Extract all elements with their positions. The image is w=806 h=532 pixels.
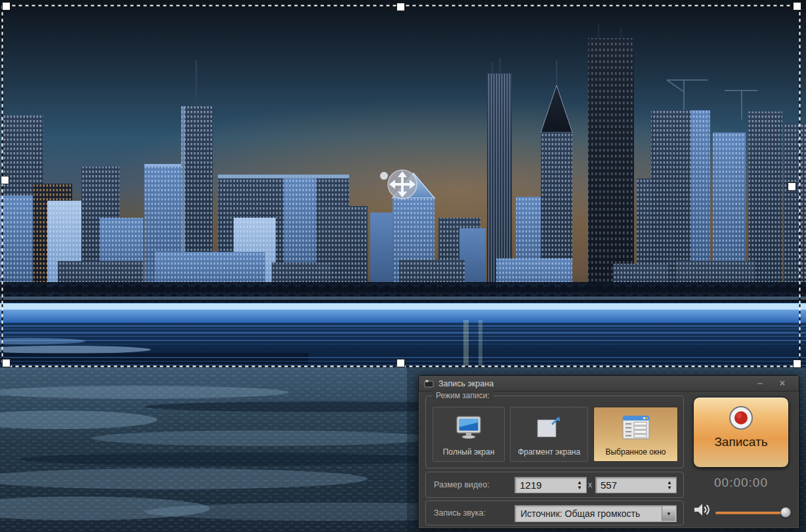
app-icon — [424, 380, 434, 388]
selection-handle-se[interactable] — [793, 359, 801, 368]
audio-source-value: Источник: Общая громкость — [520, 508, 640, 519]
record-mode-legend: Режим записи: — [433, 391, 493, 400]
record-mode-group: Режим записи: Полный экран — [425, 396, 684, 468]
audio-record-group: Запись звука: Источник: Общая громкость … — [425, 501, 684, 525]
audio-record-label: Запись звука: — [434, 508, 486, 518]
height-spin-up-button[interactable]: ▲ — [667, 480, 672, 485]
minimize-button[interactable]: – — [752, 377, 769, 389]
mode-fragment-label: Фрагмент экрана — [518, 447, 580, 457]
dialog-titlebar[interactable]: Запись экрана – × — [419, 376, 799, 392]
screen-fragment-icon — [511, 407, 587, 447]
move-arrows-icon[interactable] — [386, 168, 419, 201]
selection-handle-e[interactable] — [788, 182, 796, 191]
selection-handle-ne[interactable] — [793, 2, 801, 10]
selected-window-icon — [594, 407, 677, 447]
record-button-label: Записать — [714, 435, 767, 449]
volume-slider-thumb[interactable] — [780, 507, 791, 518]
selection-handle-n[interactable] — [396, 3, 405, 11]
selection-handle-s[interactable] — [396, 359, 405, 367]
video-width-input[interactable] — [515, 478, 578, 493]
width-spin-down-button[interactable]: ▼ — [577, 485, 582, 490]
selection-handle-w[interactable] — [1, 176, 9, 184]
video-size-label: Размер видео: — [434, 480, 490, 489]
video-height-field: ▲ ▼ — [595, 477, 677, 493]
mode-selected-window-button[interactable]: Выбранное окно — [593, 407, 678, 462]
screen-record-dialog: Запись экрана – × Режим записи: Полный э… — [418, 375, 799, 529]
mode-fragment-button[interactable]: Фрагмент экрана — [510, 407, 588, 462]
width-spin-up-button[interactable]: ▲ — [577, 480, 582, 485]
video-size-group: Размер видео: ▲ ▼ x ▲ ▼ — [425, 472, 684, 498]
fullscreen-monitor-icon — [433, 407, 504, 447]
record-dot-icon — [728, 405, 754, 431]
selection-handle-nw[interactable] — [2, 2, 11, 10]
height-spin-down-button[interactable]: ▼ — [667, 485, 672, 490]
record-button[interactable]: Записать — [693, 397, 789, 468]
video-height-input[interactable] — [596, 478, 668, 493]
volume-slider-track[interactable] — [715, 512, 788, 514]
selection-handle-sw[interactable] — [2, 359, 11, 367]
speaker-volume-icon[interactable] — [694, 502, 711, 517]
video-width-field: ▲ ▼ — [515, 477, 587, 493]
close-button[interactable]: × — [774, 377, 791, 389]
audio-source-select[interactable]: Источник: Общая громкость ▼ — [515, 505, 677, 522]
size-separator: x — [588, 480, 592, 489]
mode-selected-window-label: Выбранное окно — [605, 447, 666, 457]
record-timer: 00:00:00 — [693, 476, 789, 493]
dropdown-arrow-icon[interactable]: ▼ — [662, 506, 675, 521]
mode-fullscreen-label: Полный экран — [443, 447, 495, 457]
mode-fullscreen-button[interactable]: Полный экран — [433, 407, 505, 462]
dialog-title: Запись экрана — [438, 379, 494, 388]
